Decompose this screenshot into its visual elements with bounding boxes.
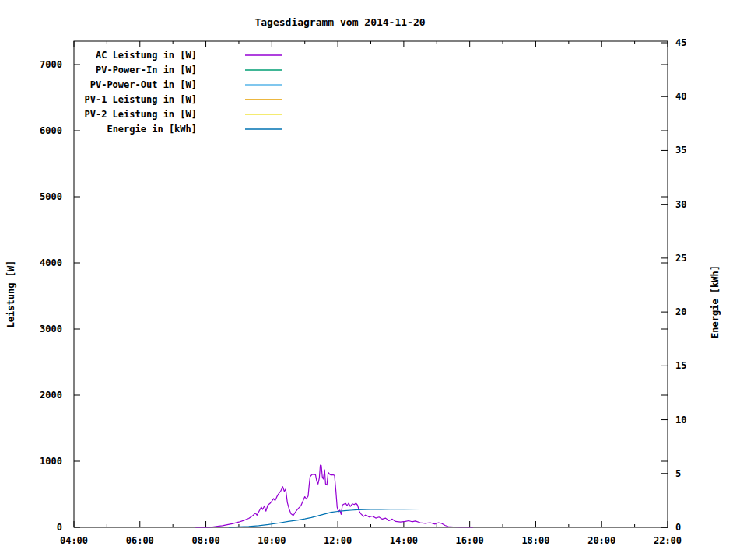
left-axis-title: Leistung [W] [5, 261, 16, 328]
y-right-tick-label: 30 [675, 199, 686, 210]
right-axis-title: Energie [kWh] [710, 265, 721, 338]
legend-label: Energie in [kWh] [107, 124, 197, 135]
x-tick-label: 22:00 [654, 535, 682, 546]
y-right-tick-label: 10 [675, 415, 686, 425]
x-tick-label: 10:00 [258, 535, 286, 546]
legend-label: PV-1 Leistung in [W] [85, 94, 198, 105]
y-left-tick-label: 5000 [40, 191, 62, 202]
legend-label: AC Leistung in [W] [96, 50, 197, 61]
x-tick-label: 08:00 [191, 535, 219, 546]
x-tick-label: 18:00 [521, 535, 549, 546]
y-right-tick-label: 20 [675, 306, 686, 317]
y-right-tick-label: 0 [675, 522, 681, 533]
y-right-tick-label: 40 [675, 91, 686, 102]
legend-label: PV-2 Leistung in [W] [85, 109, 198, 120]
y-left-tick-label: 3000 [40, 324, 62, 334]
series-line-0 [196, 465, 472, 527]
x-tick-label: 04:00 [60, 535, 88, 546]
y-left-tick-label: 6000 [40, 125, 62, 136]
y-left-tick-label: 2000 [40, 390, 62, 401]
y-right-tick-label: 15 [675, 360, 686, 371]
plot-area: 04:0006:0008:0010:0012:0014:0016:0018:00… [0, 0, 747, 560]
legend-label: PV-Power-In in [W] [96, 65, 197, 75]
chart-canvas: Tagesdiagramm vom 2014-11-20 Leistung [W… [0, 0, 747, 560]
y-left-tick-label: 4000 [40, 257, 62, 268]
x-tick-label: 12:00 [324, 535, 352, 546]
y-left-tick-label: 1000 [40, 456, 62, 467]
y-right-tick-label: 35 [675, 145, 686, 156]
y-left-tick-label: 7000 [40, 59, 62, 70]
chart-title: Tagesdiagramm vom 2014-11-20 [254, 16, 425, 28]
y-right-tick-label: 25 [675, 253, 686, 264]
series-line-5 [229, 509, 475, 528]
x-tick-label: 16:00 [456, 535, 484, 546]
y-right-tick-label: 5 [675, 468, 681, 479]
y-right-tick-label: 45 [675, 37, 686, 48]
x-tick-label: 14:00 [390, 535, 418, 546]
y-left-tick-label: 0 [57, 522, 62, 533]
legend-label: PV-Power-Out in [W] [90, 79, 197, 90]
x-tick-label: 06:00 [126, 535, 154, 546]
x-tick-label: 20:00 [587, 535, 615, 546]
